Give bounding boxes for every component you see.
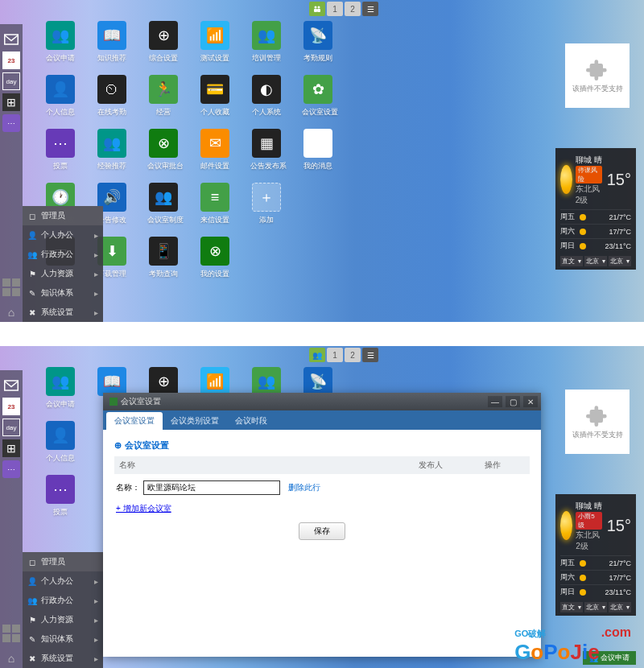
mail-icon[interactable] (2, 31, 20, 48)
svg-point-1 (318, 6, 320, 9)
maximize-button[interactable]: ▢ (506, 396, 520, 407)
menu-hr[interactable]: ⚑人力资源▸ (23, 264, 103, 283)
weather-sel-3[interactable]: 北京▾ (609, 256, 631, 266)
app-vote[interactable]: ⋯投票 (44, 129, 76, 171)
app-add[interactable]: ＋添加 (250, 183, 283, 225)
pager-1[interactable]: 1 (327, 2, 343, 16)
watermark: GO破解 GoPoJie .com (514, 625, 631, 665)
puzzle-icon (586, 58, 609, 80)
app-favorites[interactable]: 💳个人收藏 (199, 75, 231, 118)
app-knowledge[interactable]: 📖知识推荐 (96, 21, 128, 64)
app-attendance-query[interactable]: 📱考勤查询 (147, 237, 180, 279)
start-menu: ◻管理员 👤个人办公▸ 👥行政办公▸ ⚑人力资源▸ ✎知识体系▸ ✖系统设置▸ (23, 552, 103, 668)
tab-room-settings[interactable]: 会议室设置 (106, 412, 163, 430)
room-table: 名称 发布人 操作 (114, 456, 530, 474)
app-messages[interactable]: M我的消息 (302, 129, 334, 171)
svg-rect-4 (5, 35, 19, 44)
svg-rect-2 (314, 9, 317, 12)
save-button[interactable]: 保存 (299, 522, 345, 540)
chat-icon[interactable]: ⋯ (2, 114, 20, 132)
col-publisher: 发布人 (414, 456, 480, 474)
plugin-text: 该插件不受支持 (572, 84, 623, 94)
calendar-icon[interactable]: 23 (2, 52, 20, 69)
weather-widget[interactable]: 聊城 晴 停课风险东北风2级 15° 周五21/7°C 周六17/7°C 周日2… (555, 148, 636, 270)
pager-icon[interactable]: 👥 (309, 348, 325, 362)
calendar-icon[interactable]: 23 (2, 398, 20, 415)
pager-1[interactable]: 1 (327, 348, 343, 362)
minimize-button[interactable]: — (488, 396, 502, 407)
weather-widget[interactable]: 聊城 晴 小雨5级东北风2级 15° 周五21/7°C 周六17/7°C 周日2… (555, 494, 636, 616)
plugin-unsupported: 该插件不受支持 (565, 43, 630, 108)
app-exp[interactable]: 👥经验推荐 (96, 129, 128, 171)
home-icon[interactable]: ⌂ (8, 649, 14, 668)
menu-admin-office[interactable]: 👥行政办公▸ (23, 245, 103, 264)
app-training[interactable]: 👥培训管理 (250, 21, 283, 64)
pager-2[interactable]: 2 (345, 348, 361, 362)
app-mail-settings[interactable]: ✉邮件设置 (199, 129, 231, 171)
col-action: 操作 (480, 456, 530, 474)
dialog-icon (109, 398, 118, 406)
app-business[interactable]: 🏃经营 (147, 75, 180, 118)
start-menu: ◻管理员 👤个人办公▸ 👥行政办公▸ ⚑人力资源▸ ✎知识体系▸ ✖系统设置▸ (23, 206, 103, 322)
menu-system[interactable]: ✖系统设置▸ (23, 303, 103, 322)
menu-admin-office[interactable]: 👥行政办公▸ (23, 591, 103, 610)
menu-system[interactable]: ✖系统设置▸ (23, 649, 103, 668)
pager-2[interactable]: 2 (345, 2, 361, 16)
app-meeting-approve[interactable]: ⊗会议审批台 (147, 129, 180, 171)
puzzle-icon (586, 404, 609, 427)
menu-hr[interactable]: ⚑人力资源▸ (23, 610, 103, 629)
add-widget-icon[interactable]: ⊞ (2, 93, 20, 111)
add-room-link[interactable]: + 增加新会议室 (116, 504, 171, 513)
app-my-settings[interactable]: ⊗我的设置 (199, 237, 231, 279)
meeting-room-dialog: 会议室设置 — ▢ ✕ 会议室设置 会议类别设置 会议时段 ⊕会议室设置 名称 … (103, 393, 541, 657)
weather-sel-2[interactable]: 北京▾ (584, 256, 607, 266)
sun-icon (560, 511, 572, 540)
app-letter[interactable]: ≡来信设置 (199, 183, 231, 225)
app-meeting-request[interactable]: 👥会议申请 (44, 367, 76, 410)
pager-list-icon[interactable]: ☰ (362, 348, 378, 362)
delete-row-link[interactable]: 删除此行 (288, 482, 320, 493)
sun-icon (560, 165, 572, 194)
app-room-rules[interactable]: 👥会议室制度 (147, 183, 180, 225)
app-meeting-room[interactable]: ✿会议室设置 (302, 75, 334, 118)
day-view-icon[interactable]: day (2, 72, 20, 90)
add-widget-icon[interactable]: ⊞ (2, 439, 20, 457)
app-announce[interactable]: ▦公告发布系 (250, 129, 283, 171)
menu-knowledge[interactable]: ✎知识体系▸ (23, 283, 103, 303)
app-vote[interactable]: ⋯投票 (44, 475, 76, 517)
menu-knowledge[interactable]: ✎知识体系▸ (23, 629, 103, 649)
mail-icon[interactable] (2, 377, 20, 394)
menu-personal-office[interactable]: 👤个人办公▸ (23, 225, 103, 245)
section-title: ⊕会议室设置 (114, 439, 530, 452)
pager-list-icon[interactable]: ☰ (362, 2, 378, 16)
tab-timeslot[interactable]: 会议时段 (227, 412, 275, 430)
room-name-input[interactable] (143, 480, 280, 495)
app-profile[interactable]: 👤个人信息 (44, 421, 76, 464)
app-test-settings[interactable]: 📶测试设置 (199, 21, 231, 64)
dialog-tabs: 会议室设置 会议类别设置 会议时段 (103, 410, 541, 430)
home-icon[interactable]: ⌂ (8, 303, 14, 322)
app-meeting-request[interactable]: 👥会议申请 (44, 21, 76, 64)
app-profile[interactable]: 👤个人信息 (44, 75, 76, 118)
menu-admin[interactable]: ◻管理员 (23, 552, 103, 571)
app-attendance-rules[interactable]: 📡考勤规则 (302, 21, 334, 64)
workspace-pager[interactable]: 1 2 ☰ (309, 2, 378, 16)
dock-sidebar: 23 day ⊞ ⋯ ⌂ (0, 24, 23, 322)
pager-icon[interactable] (309, 2, 325, 16)
field-label: 名称： (116, 482, 140, 493)
app-general-settings[interactable]: ⊕综合设置 (147, 21, 180, 64)
dialog-titlebar[interactable]: 会议室设置 — ▢ ✕ (103, 393, 541, 410)
tray-icons[interactable] (2, 625, 21, 645)
menu-personal-office[interactable]: 👤个人办公▸ (23, 571, 103, 591)
chat-icon[interactable]: ⋯ (2, 460, 20, 478)
tab-category[interactable]: 会议类别设置 (163, 412, 227, 430)
day-view-icon[interactable]: day (2, 419, 20, 436)
tray-icons[interactable] (2, 278, 21, 299)
app-personal-system[interactable]: ◐个人系统 (250, 75, 283, 118)
workspace-pager[interactable]: 👥 1 2 ☰ (309, 348, 378, 362)
app-online-attendance[interactable]: ⏲在线考勤 (96, 75, 128, 118)
plugin-unsupported: 该插件不受支持 (565, 390, 630, 454)
weather-sel-1[interactable]: 直文▾ (560, 256, 583, 266)
menu-admin[interactable]: ◻管理员 (23, 206, 103, 225)
close-button[interactable]: ✕ (523, 396, 538, 407)
